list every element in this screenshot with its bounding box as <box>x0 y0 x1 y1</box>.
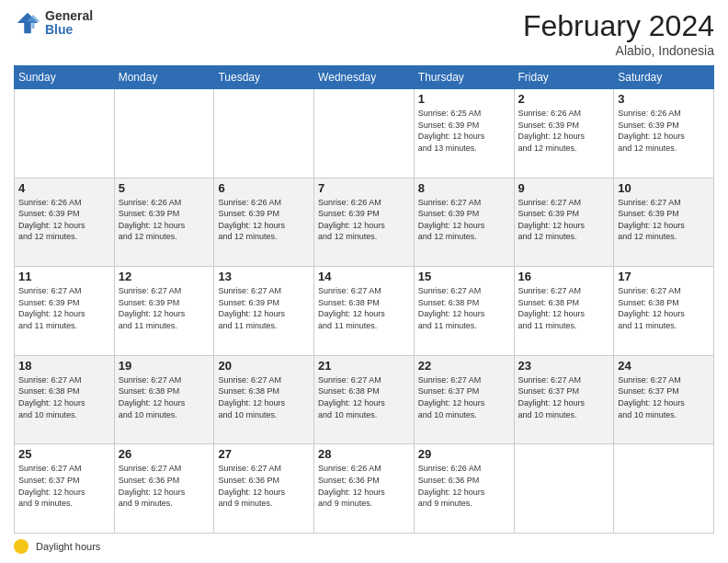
calendar-cell: 17Sunrise: 6:27 AMSunset: 6:38 PMDayligh… <box>614 267 714 356</box>
calendar-week-4: 25Sunrise: 6:27 AMSunset: 6:37 PMDayligh… <box>15 444 714 534</box>
day-info: Sunrise: 6:26 AMSunset: 6:39 PMDaylight:… <box>318 197 410 243</box>
calendar-week-1: 4Sunrise: 6:26 AMSunset: 6:39 PMDaylight… <box>15 178 714 267</box>
day-number: 13 <box>218 270 310 283</box>
day-number: 23 <box>518 359 610 373</box>
day-info: Sunrise: 6:27 AMSunset: 6:38 PMDaylight:… <box>618 285 710 331</box>
svg-marker-0 <box>17 13 39 34</box>
day-number: 4 <box>18 181 110 195</box>
calendar-cell: 21Sunrise: 6:27 AMSunset: 6:38 PMDayligh… <box>314 355 415 444</box>
calendar-cell: 18Sunrise: 6:27 AMSunset: 6:38 PMDayligh… <box>15 355 115 444</box>
calendar-cell: 11Sunrise: 6:27 AMSunset: 6:39 PMDayligh… <box>15 267 115 356</box>
calendar-cell: 28Sunrise: 6:26 AMSunset: 6:36 PMDayligh… <box>314 444 415 534</box>
calendar-cell: 23Sunrise: 6:27 AMSunset: 6:37 PMDayligh… <box>514 355 614 444</box>
day-info: Sunrise: 6:27 AMSunset: 6:37 PMDaylight:… <box>618 374 710 420</box>
calendar-cell: 20Sunrise: 6:27 AMSunset: 6:38 PMDayligh… <box>214 355 314 444</box>
day-number: 7 <box>318 181 410 195</box>
calendar-cell: 2Sunrise: 6:26 AMSunset: 6:39 PMDaylight… <box>514 89 614 178</box>
day-number: 10 <box>618 181 710 195</box>
logo-icon <box>14 9 41 37</box>
calendar-cell: 4Sunrise: 6:26 AMSunset: 6:39 PMDaylight… <box>15 178 115 267</box>
calendar-week-3: 18Sunrise: 6:27 AMSunset: 6:38 PMDayligh… <box>15 355 714 444</box>
day-info: Sunrise: 6:27 AMSunset: 6:39 PMDaylight:… <box>18 285 110 331</box>
day-number: 20 <box>218 359 310 373</box>
day-info: Sunrise: 6:26 AMSunset: 6:39 PMDaylight:… <box>518 108 610 154</box>
calendar-cell <box>15 89 115 178</box>
calendar-cell: 15Sunrise: 6:27 AMSunset: 6:38 PMDayligh… <box>414 267 514 356</box>
calendar-header-monday: Monday <box>114 66 214 89</box>
calendar-table: SundayMondayTuesdayWednesdayThursdayFrid… <box>14 65 714 534</box>
footer: Daylight hours <box>14 539 714 554</box>
calendar-cell: 13Sunrise: 6:27 AMSunset: 6:39 PMDayligh… <box>214 267 314 356</box>
day-info: Sunrise: 6:27 AMSunset: 6:36 PMDaylight:… <box>119 463 210 509</box>
calendar-cell: 22Sunrise: 6:27 AMSunset: 6:37 PMDayligh… <box>414 355 514 444</box>
day-number: 21 <box>318 359 410 373</box>
calendar-cell: 6Sunrise: 6:26 AMSunset: 6:39 PMDaylight… <box>214 178 314 267</box>
day-info: Sunrise: 6:27 AMSunset: 6:37 PMDaylight:… <box>418 374 510 420</box>
calendar-cell: 24Sunrise: 6:27 AMSunset: 6:37 PMDayligh… <box>614 355 714 444</box>
calendar-header-friday: Friday <box>514 66 614 89</box>
day-info: Sunrise: 6:27 AMSunset: 6:38 PMDaylight:… <box>318 374 410 420</box>
day-info: Sunrise: 6:27 AMSunset: 6:38 PMDaylight:… <box>18 374 110 420</box>
day-number: 24 <box>618 359 710 373</box>
calendar-cell: 16Sunrise: 6:27 AMSunset: 6:38 PMDayligh… <box>514 267 614 356</box>
day-info: Sunrise: 6:27 AMSunset: 6:37 PMDaylight:… <box>518 374 610 420</box>
day-info: Sunrise: 6:27 AMSunset: 6:39 PMDaylight:… <box>218 285 310 331</box>
calendar-cell: 19Sunrise: 6:27 AMSunset: 6:38 PMDayligh… <box>114 355 214 444</box>
subtitle: Alabio, Indonesia <box>523 43 714 58</box>
logo-blue: Blue <box>45 23 93 37</box>
calendar-week-0: 1Sunrise: 6:25 AMSunset: 6:39 PMDaylight… <box>15 89 714 178</box>
day-info: Sunrise: 6:26 AMSunset: 6:39 PMDaylight:… <box>18 197 110 243</box>
day-info: Sunrise: 6:26 AMSunset: 6:36 PMDaylight:… <box>418 463 510 509</box>
calendar-cell: 25Sunrise: 6:27 AMSunset: 6:37 PMDayligh… <box>15 444 115 534</box>
day-info: Sunrise: 6:26 AMSunset: 6:36 PMDaylight:… <box>318 463 410 509</box>
day-number: 26 <box>119 447 210 461</box>
day-number: 17 <box>618 270 710 283</box>
calendar-header-saturday: Saturday <box>614 66 714 89</box>
calendar-cell: 14Sunrise: 6:27 AMSunset: 6:38 PMDayligh… <box>314 267 415 356</box>
day-info: Sunrise: 6:26 AMSunset: 6:39 PMDaylight:… <box>618 108 710 154</box>
day-info: Sunrise: 6:26 AMSunset: 6:39 PMDaylight:… <box>119 197 210 243</box>
day-info: Sunrise: 6:27 AMSunset: 6:38 PMDaylight:… <box>418 285 510 331</box>
day-info: Sunrise: 6:27 AMSunset: 6:38 PMDaylight:… <box>318 285 410 331</box>
day-number: 18 <box>18 359 110 373</box>
day-number: 2 <box>518 92 610 106</box>
calendar-cell: 9Sunrise: 6:27 AMSunset: 6:39 PMDaylight… <box>514 178 614 267</box>
calendar-header-sunday: Sunday <box>15 66 115 89</box>
day-number: 11 <box>18 270 110 283</box>
day-number: 6 <box>218 181 310 195</box>
day-info: Sunrise: 6:25 AMSunset: 6:39 PMDaylight:… <box>418 108 510 154</box>
day-number: 28 <box>318 447 410 461</box>
day-number: 8 <box>418 181 510 195</box>
day-number: 19 <box>119 359 210 373</box>
calendar-header-thursday: Thursday <box>414 66 514 89</box>
calendar-cell: 10Sunrise: 6:27 AMSunset: 6:39 PMDayligh… <box>614 178 714 267</box>
logo: General Blue <box>14 9 93 38</box>
day-number: 12 <box>119 270 210 283</box>
day-number: 16 <box>518 270 610 283</box>
day-info: Sunrise: 6:27 AMSunset: 6:38 PMDaylight:… <box>518 285 610 331</box>
calendar-cell <box>614 444 714 534</box>
page: General Blue February 2024 Alabio, Indon… <box>0 0 728 563</box>
calendar-cell: 8Sunrise: 6:27 AMSunset: 6:39 PMDaylight… <box>414 178 514 267</box>
day-info: Sunrise: 6:27 AMSunset: 6:39 PMDaylight:… <box>119 285 210 331</box>
calendar-cell <box>514 444 614 534</box>
day-number: 1 <box>418 92 510 106</box>
calendar-header-wednesday: Wednesday <box>314 66 415 89</box>
day-number: 14 <box>318 270 410 283</box>
month-title: February 2024 <box>523 9 714 43</box>
day-number: 27 <box>218 447 310 461</box>
calendar-cell: 27Sunrise: 6:27 AMSunset: 6:36 PMDayligh… <box>214 444 314 534</box>
calendar-cell <box>314 89 415 178</box>
calendar-cell: 7Sunrise: 6:26 AMSunset: 6:39 PMDaylight… <box>314 178 415 267</box>
day-info: Sunrise: 6:27 AMSunset: 6:38 PMDaylight:… <box>218 374 310 420</box>
logo-general: General <box>45 9 93 23</box>
calendar-cell: 3Sunrise: 6:26 AMSunset: 6:39 PMDaylight… <box>614 89 714 178</box>
day-number: 3 <box>618 92 710 106</box>
calendar-week-2: 11Sunrise: 6:27 AMSunset: 6:39 PMDayligh… <box>15 267 714 356</box>
calendar-cell: 29Sunrise: 6:26 AMSunset: 6:36 PMDayligh… <box>414 444 514 534</box>
day-number: 22 <box>418 359 510 373</box>
calendar-cell: 12Sunrise: 6:27 AMSunset: 6:39 PMDayligh… <box>114 267 214 356</box>
day-info: Sunrise: 6:27 AMSunset: 6:37 PMDaylight:… <box>18 463 110 509</box>
calendar-header-tuesday: Tuesday <box>214 66 314 89</box>
calendar-cell: 26Sunrise: 6:27 AMSunset: 6:36 PMDayligh… <box>114 444 214 534</box>
